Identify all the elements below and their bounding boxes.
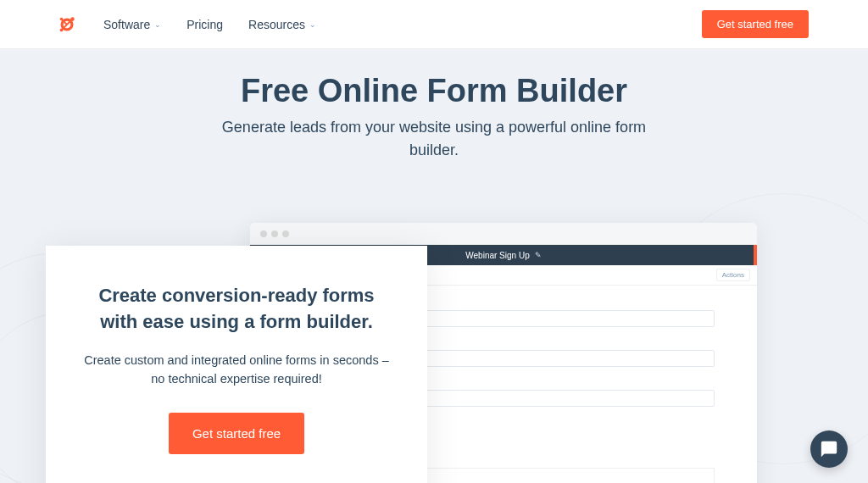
top-nav: Software ⌄ Pricing Resources ⌄ Get start… [0,0,868,49]
chevron-down-icon: ⌄ [154,20,161,29]
chat-widget[interactable] [810,430,848,468]
nav-left: Software ⌄ Pricing Resources ⌄ [58,15,316,34]
browser-chrome [250,223,757,245]
window-dot [271,230,278,237]
edit-icon: ✎ [535,251,542,259]
hubspot-logo[interactable] [58,15,76,34]
nav-item-resources[interactable]: Resources ⌄ [248,18,316,31]
window-dot [282,230,289,237]
chat-icon [820,440,838,458]
card-subtext: Create custom and integrated online form… [80,351,393,389]
page-subtitle: Generate leads from your website using a… [197,116,671,162]
card-cta-button[interactable]: Get started free [169,413,304,454]
hero-text: Free Online Form Builder Generate leads … [0,49,868,162]
window-dot [260,230,267,237]
app-title: Webinar Sign Up [465,251,529,260]
nav-label: Software [103,18,150,31]
actions-button[interactable]: Actions [716,269,750,281]
nav-label: Resources [248,18,305,31]
card-heading: Create conversion-ready forms with ease … [80,283,393,336]
main-nav: Software ⌄ Pricing Resources ⌄ [103,18,316,31]
feature-card: Create conversion-ready forms with ease … [46,246,427,483]
accent-bar [754,245,757,265]
hero-section: Free Online Form Builder Generate leads … [0,49,868,483]
header-cta-button[interactable]: Get started free [702,10,809,38]
nav-label: Pricing [186,18,223,31]
page-title: Free Online Form Builder [0,73,868,109]
chevron-down-icon: ⌄ [309,20,316,29]
nav-item-software[interactable]: Software ⌄ [103,18,161,31]
nav-item-pricing[interactable]: Pricing [186,18,223,31]
